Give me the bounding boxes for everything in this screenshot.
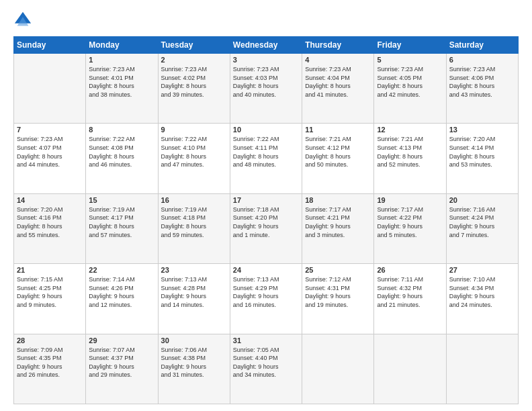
day-info: Sunrise: 7:23 AM Sunset: 4:05 PM Dayligh… <box>377 65 443 99</box>
calendar-cell: 3Sunrise: 7:23 AM Sunset: 4:03 PM Daylig… <box>230 54 302 124</box>
day-number: 9 <box>161 126 227 134</box>
day-info: Sunrise: 7:20 AM Sunset: 4:14 PM Dayligh… <box>449 135 515 169</box>
calendar-cell: 10Sunrise: 7:22 AM Sunset: 4:11 PM Dayli… <box>230 124 302 193</box>
day-number: 18 <box>305 196 371 204</box>
calendar-cell: 24Sunrise: 7:13 AM Sunset: 4:29 PM Dayli… <box>230 264 302 334</box>
calendar-cell: 9Sunrise: 7:22 AM Sunset: 4:10 PM Daylig… <box>158 124 230 193</box>
col-header-tuesday: Tuesday <box>158 37 230 54</box>
day-number: 1 <box>89 56 154 64</box>
day-info: Sunrise: 7:19 AM Sunset: 4:17 PM Dayligh… <box>89 205 154 239</box>
header <box>13 11 519 30</box>
calendar-cell: 16Sunrise: 7:19 AM Sunset: 4:18 PM Dayli… <box>158 193 230 263</box>
calendar-table: SundayMondayTuesdayWednesdayThursdayFrid… <box>13 36 519 404</box>
calendar-cell: 25Sunrise: 7:12 AM Sunset: 4:31 PM Dayli… <box>302 264 374 334</box>
day-info: Sunrise: 7:10 AM Sunset: 4:34 PM Dayligh… <box>449 275 515 309</box>
logo <box>13 11 35 30</box>
day-number: 17 <box>233 196 299 204</box>
day-info: Sunrise: 7:06 AM Sunset: 4:38 PM Dayligh… <box>161 346 227 379</box>
day-info: Sunrise: 7:23 AM Sunset: 4:02 PM Dayligh… <box>161 65 227 99</box>
calendar-cell: 27Sunrise: 7:10 AM Sunset: 4:34 PM Dayli… <box>446 264 518 334</box>
day-number: 8 <box>89 126 154 134</box>
calendar-cell: 30Sunrise: 7:06 AM Sunset: 4:38 PM Dayli… <box>158 334 230 404</box>
calendar-cell: 7Sunrise: 7:23 AM Sunset: 4:07 PM Daylig… <box>14 124 86 193</box>
day-number: 2 <box>161 56 227 64</box>
day-number: 31 <box>233 336 299 345</box>
day-number: 3 <box>233 56 299 64</box>
calendar-cell: 18Sunrise: 7:17 AM Sunset: 4:21 PM Dayli… <box>302 193 374 263</box>
calendar-cell: 2Sunrise: 7:23 AM Sunset: 4:02 PM Daylig… <box>158 54 230 124</box>
week-row-5: 28Sunrise: 7:09 AM Sunset: 4:35 PM Dayli… <box>14 334 519 404</box>
day-info: Sunrise: 7:13 AM Sunset: 4:29 PM Dayligh… <box>233 275 299 309</box>
calendar-cell: 15Sunrise: 7:19 AM Sunset: 4:17 PM Dayli… <box>86 193 158 263</box>
day-info: Sunrise: 7:23 AM Sunset: 4:03 PM Dayligh… <box>233 65 299 99</box>
day-info: Sunrise: 7:21 AM Sunset: 4:13 PM Dayligh… <box>377 135 443 169</box>
header-row: SundayMondayTuesdayWednesdayThursdayFrid… <box>14 37 519 54</box>
day-info: Sunrise: 7:14 AM Sunset: 4:26 PM Dayligh… <box>89 275 154 309</box>
calendar-cell <box>302 334 374 404</box>
calendar-cell: 20Sunrise: 7:16 AM Sunset: 4:24 PM Dayli… <box>446 193 518 263</box>
col-header-monday: Monday <box>86 37 158 54</box>
calendar-cell: 11Sunrise: 7:21 AM Sunset: 4:12 PM Dayli… <box>302 124 374 193</box>
calendar-cell: 13Sunrise: 7:20 AM Sunset: 4:14 PM Dayli… <box>446 124 518 193</box>
day-info: Sunrise: 7:12 AM Sunset: 4:31 PM Dayligh… <box>305 275 371 309</box>
day-info: Sunrise: 7:23 AM Sunset: 4:06 PM Dayligh… <box>449 65 515 99</box>
calendar-cell <box>14 54 86 124</box>
calendar-cell <box>446 334 518 404</box>
calendar-cell: 5Sunrise: 7:23 AM Sunset: 4:05 PM Daylig… <box>374 54 446 124</box>
calendar-cell: 12Sunrise: 7:21 AM Sunset: 4:13 PM Dayli… <box>374 124 446 193</box>
calendar-cell: 21Sunrise: 7:15 AM Sunset: 4:25 PM Dayli… <box>14 264 86 334</box>
calendar-cell: 23Sunrise: 7:13 AM Sunset: 4:28 PM Dayli… <box>158 264 230 334</box>
calendar-cell: 6Sunrise: 7:23 AM Sunset: 4:06 PM Daylig… <box>446 54 518 124</box>
day-number: 24 <box>233 266 299 274</box>
day-info: Sunrise: 7:05 AM Sunset: 4:40 PM Dayligh… <box>233 346 299 379</box>
calendar-cell <box>374 334 446 404</box>
day-info: Sunrise: 7:17 AM Sunset: 4:22 PM Dayligh… <box>377 205 443 239</box>
day-number: 11 <box>305 126 371 134</box>
week-row-3: 14Sunrise: 7:20 AM Sunset: 4:16 PM Dayli… <box>14 193 519 263</box>
calendar-cell: 22Sunrise: 7:14 AM Sunset: 4:26 PM Dayli… <box>86 264 158 334</box>
col-header-sunday: Sunday <box>14 37 86 54</box>
day-info: Sunrise: 7:20 AM Sunset: 4:16 PM Dayligh… <box>17 205 83 239</box>
day-number: 10 <box>233 126 299 134</box>
day-number: 5 <box>377 56 443 64</box>
calendar-cell: 1Sunrise: 7:23 AM Sunset: 4:01 PM Daylig… <box>86 54 158 124</box>
day-number: 7 <box>17 126 83 134</box>
day-number: 20 <box>449 196 515 204</box>
day-number: 19 <box>377 196 443 204</box>
day-info: Sunrise: 7:09 AM Sunset: 4:35 PM Dayligh… <box>17 346 83 379</box>
col-header-friday: Friday <box>374 37 446 54</box>
col-header-saturday: Saturday <box>446 37 518 54</box>
day-number: 30 <box>161 336 227 345</box>
logo-icon <box>13 11 32 30</box>
day-number: 15 <box>89 196 154 204</box>
day-number: 14 <box>17 196 83 204</box>
day-info: Sunrise: 7:23 AM Sunset: 4:04 PM Dayligh… <box>305 65 371 99</box>
calendar-cell: 28Sunrise: 7:09 AM Sunset: 4:35 PM Dayli… <box>14 334 86 404</box>
week-row-1: 1Sunrise: 7:23 AM Sunset: 4:01 PM Daylig… <box>14 54 519 124</box>
day-info: Sunrise: 7:22 AM Sunset: 4:10 PM Dayligh… <box>161 135 227 169</box>
day-number: 23 <box>161 266 227 274</box>
day-number: 12 <box>377 126 443 134</box>
day-info: Sunrise: 7:22 AM Sunset: 4:11 PM Dayligh… <box>233 135 299 169</box>
day-info: Sunrise: 7:17 AM Sunset: 4:21 PM Dayligh… <box>305 205 371 239</box>
day-number: 25 <box>305 266 371 274</box>
calendar-cell: 29Sunrise: 7:07 AM Sunset: 4:37 PM Dayli… <box>86 334 158 404</box>
day-number: 21 <box>17 266 83 274</box>
day-info: Sunrise: 7:11 AM Sunset: 4:32 PM Dayligh… <box>377 275 443 309</box>
day-number: 27 <box>449 266 515 274</box>
day-number: 22 <box>89 266 154 274</box>
day-number: 29 <box>89 336 154 345</box>
calendar-cell: 19Sunrise: 7:17 AM Sunset: 4:22 PM Dayli… <box>374 193 446 263</box>
page: SundayMondayTuesdayWednesdayThursdayFrid… <box>0 0 532 411</box>
week-row-4: 21Sunrise: 7:15 AM Sunset: 4:25 PM Dayli… <box>14 264 519 334</box>
calendar-cell: 17Sunrise: 7:18 AM Sunset: 4:20 PM Dayli… <box>230 193 302 263</box>
day-info: Sunrise: 7:23 AM Sunset: 4:07 PM Dayligh… <box>17 135 83 169</box>
day-info: Sunrise: 7:19 AM Sunset: 4:18 PM Dayligh… <box>161 205 227 239</box>
day-info: Sunrise: 7:07 AM Sunset: 4:37 PM Dayligh… <box>89 346 154 379</box>
day-number: 13 <box>449 126 515 134</box>
day-info: Sunrise: 7:21 AM Sunset: 4:12 PM Dayligh… <box>305 135 371 169</box>
calendar-cell: 8Sunrise: 7:22 AM Sunset: 4:08 PM Daylig… <box>86 124 158 193</box>
calendar-cell: 31Sunrise: 7:05 AM Sunset: 4:40 PM Dayli… <box>230 334 302 404</box>
calendar-cell: 26Sunrise: 7:11 AM Sunset: 4:32 PM Dayli… <box>374 264 446 334</box>
calendar-cell: 4Sunrise: 7:23 AM Sunset: 4:04 PM Daylig… <box>302 54 374 124</box>
